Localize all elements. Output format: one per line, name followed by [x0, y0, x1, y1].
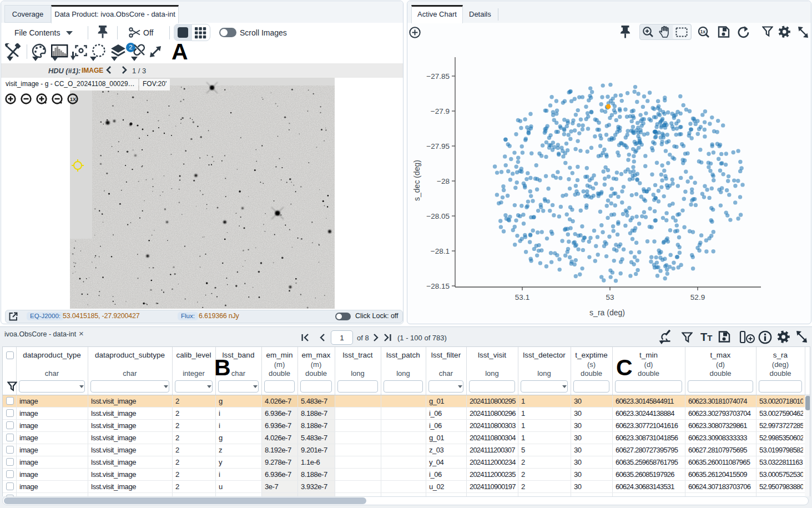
- svg-text:s_ra (deg): s_ra (deg): [589, 308, 625, 317]
- svg-text:−28.05: −28.05: [426, 212, 450, 220]
- svg-text:53: 53: [606, 293, 614, 301]
- svg-text:−27.85: −27.85: [426, 72, 450, 81]
- svg-text:−27.9: −27.9: [431, 107, 450, 115]
- svg-text:1X: 1X: [70, 97, 76, 102]
- svg-text:−28.15: −28.15: [426, 282, 450, 290]
- svg-text:−28: −28: [437, 177, 450, 185]
- svg-text:52.9: 52.9: [690, 293, 705, 301]
- svg-text:53.1: 53.1: [515, 293, 529, 301]
- svg-text:s_dec (deg): s_dec (deg): [412, 160, 421, 201]
- svg-text:−28.1: −28.1: [431, 247, 450, 255]
- svg-text:−27.95: −27.95: [426, 142, 450, 150]
- svg-text:1x: 1x: [700, 29, 706, 34]
